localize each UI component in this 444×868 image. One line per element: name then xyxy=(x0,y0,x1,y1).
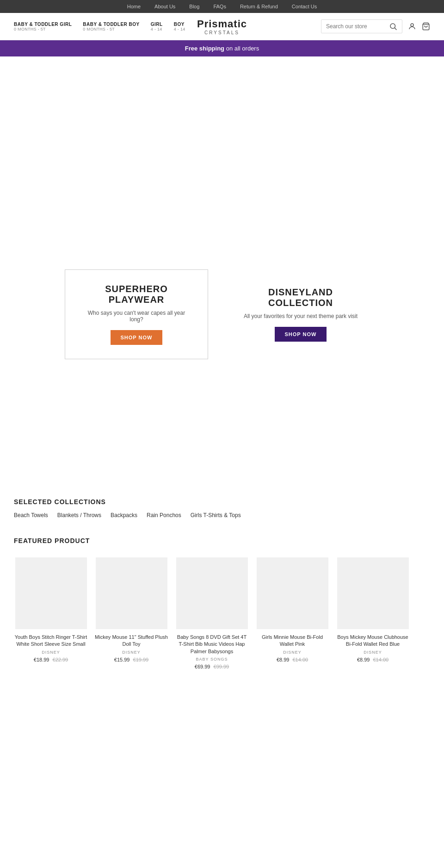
shop-now-superhero-button[interactable]: SHOP NOW xyxy=(111,330,163,345)
product-image-3 xyxy=(176,557,248,629)
product-card-5[interactable]: Boys Mickey Mouse Clubhouse Bi-Fold Wall… xyxy=(336,557,410,669)
collection-backpacks[interactable]: Backpacks xyxy=(111,512,137,518)
hero-area xyxy=(0,56,444,256)
nav-baby-boy[interactable]: BABY & TODDLER BOY 0 MONTHS - 5T xyxy=(83,22,140,31)
product-image-5 xyxy=(337,557,409,629)
user-icon[interactable] xyxy=(408,22,416,31)
product-price-2: €15.99 €19.99 xyxy=(114,657,148,662)
search-icon[interactable] xyxy=(389,22,397,31)
collection-blankets[interactable]: Blankets / Throws xyxy=(57,512,101,518)
promo-disneyland: DISNEYLAND COLLECTION All your favorites… xyxy=(222,269,379,359)
topbar-home[interactable]: Home xyxy=(127,4,141,9)
search-box[interactable] xyxy=(321,19,402,33)
product-card-3[interactable]: Baby Songs 8 DVD Gift Set 4T T-Shirt Bib… xyxy=(175,557,249,669)
header: BABY & TODDLER GIRL 0 MONTHS - 5T BABY &… xyxy=(0,13,444,40)
topbar-return[interactable]: Return & Refund xyxy=(240,4,278,9)
nav-girl[interactable]: GIRL 4 - 14 xyxy=(151,22,163,31)
selected-collections-title: SELECTED COLLECTIONS xyxy=(0,489,444,512)
search-input[interactable] xyxy=(326,23,386,30)
featured-product-title: FEATURED PRODUCT xyxy=(0,528,444,551)
footer-spacer xyxy=(0,688,444,725)
cart-icon[interactable] xyxy=(422,22,430,31)
product-image-1 xyxy=(15,557,87,629)
topbar-contact[interactable]: Contact Us xyxy=(292,4,317,9)
svg-line-1 xyxy=(395,28,396,30)
product-image-4 xyxy=(257,557,328,629)
topbar-faqs[interactable]: FAQs xyxy=(213,4,226,9)
top-bar: Home About Us Blog FAQs Return & Refund … xyxy=(0,0,444,13)
products-row: Youth Boys Stitch Ringer T-Shirt White S… xyxy=(0,551,444,688)
nav-baby-girl[interactable]: BABY & TODDLER GIRL 0 MONTHS - 5T xyxy=(14,22,72,31)
free-shipping-banner: Free shipping on all orders xyxy=(0,40,444,56)
nav-boy[interactable]: BOY 4 - 14 xyxy=(174,22,185,31)
product-card-4[interactable]: Girls Minnie Mouse Bi-Fold Wallet Pink D… xyxy=(255,557,329,669)
product-card-1[interactable]: Youth Boys Stitch Ringer T-Shirt White S… xyxy=(14,557,88,669)
main-nav: BABY & TODDLER GIRL 0 MONTHS - 5T BABY &… xyxy=(14,22,185,31)
hero-spacer-2 xyxy=(0,373,444,489)
svg-point-2 xyxy=(411,24,413,26)
header-right xyxy=(321,19,430,33)
product-card-2[interactable]: Mickey Mouse 11" Stuffed Plush Doll Toy … xyxy=(94,557,168,669)
product-price-4: €8.99 €14.00 xyxy=(277,657,308,662)
promo-superhero: SUPERHERO PLAYWEAR Who says you can't we… xyxy=(65,269,208,359)
product-image-2 xyxy=(96,557,167,629)
logo[interactable]: Prismatic CRYSTALS xyxy=(197,18,247,35)
collection-rain-ponchos[interactable]: Rain Ponchos xyxy=(147,512,181,518)
product-price-1: €18.99 €22.99 xyxy=(34,657,68,662)
promo-section: SUPERHERO PLAYWEAR Who says you can't we… xyxy=(0,256,444,373)
collection-beach-towels[interactable]: Beach Towels xyxy=(14,512,48,518)
product-price-5: €8.99 €14.00 xyxy=(357,657,388,662)
topbar-about[interactable]: About Us xyxy=(154,4,175,9)
collections-row: Beach Towels Blankets / Throws Backpacks… xyxy=(0,512,444,528)
topbar-blog[interactable]: Blog xyxy=(189,4,199,9)
svg-point-0 xyxy=(390,24,395,29)
product-price-3: €69.99 €99.99 xyxy=(195,664,229,669)
shop-now-disneyland-button[interactable]: SHOP NOW xyxy=(275,327,327,342)
collection-girls-tshirts[interactable]: Girls T-Shirts & Tops xyxy=(191,512,241,518)
